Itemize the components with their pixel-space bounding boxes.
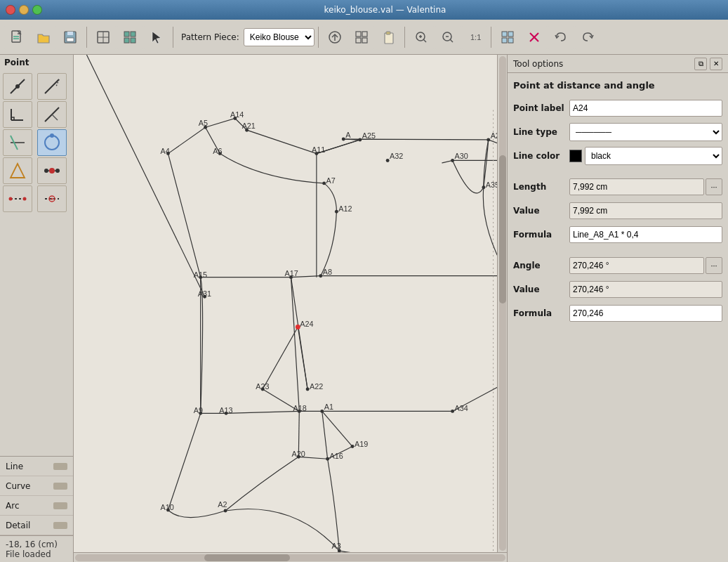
svg-rect-30 [502,32,507,37]
angle-input[interactable] [569,257,704,274]
angle-formula-input[interactable] [569,305,722,322]
angle-label: Angle [513,261,569,270]
svg-point-134 [451,159,454,162]
line-type-select[interactable]: ────── - - - - ······· [569,123,722,141]
svg-text:A24: A24 [300,320,313,328]
window-title: keiko_blouse.val — Valentina [48,5,722,15]
separator-1 [86,27,87,48]
layout-button[interactable] [91,25,116,50]
length-formula-input[interactable] [569,226,722,243]
minimize-button[interactable] [19,5,29,15]
horizontal-scrollbar[interactable] [74,552,507,562]
v-scroll-thumb[interactable] [499,155,506,303]
save-button[interactable] [58,25,83,50]
svg-line-28 [450,39,453,42]
svg-line-71 [322,411,352,446]
category-line[interactable]: Line [0,457,73,476]
line-type-control: ────── - - - - ······· [569,123,722,141]
svg-line-63 [86,55,204,296]
svg-rect-33 [508,38,513,43]
length-formula-row: Formula [513,226,722,244]
undo-button[interactable] [548,25,574,50]
normal-tool[interactable] [37,101,67,128]
svg-rect-19 [362,38,367,43]
triangle-tool[interactable] [3,157,32,184]
svg-line-72 [322,411,328,459]
v-scroll-track[interactable] [499,56,506,551]
new-button[interactable] [4,25,29,50]
category-arc[interactable]: Arc [0,496,73,516]
svg-rect-10 [131,32,135,37]
angle-formula-button[interactable]: ··· [706,257,722,274]
pattern-svg[interactable]: A A1 A2 A3 A4 A5 A6 A7 A8 A9 [74,55,507,552]
svg-point-138 [386,159,390,162]
pattern-piece-label: Pattern Piece: [181,32,239,42]
length-value-row: Value [513,202,722,220]
line-color-label: Line color [513,151,569,161]
length-formula-button[interactable]: ··· [706,178,722,195]
h-scroll-thumb[interactable] [204,554,291,561]
maximize-button[interactable] [32,5,42,15]
pieces-button[interactable] [117,25,143,50]
svg-text:A31: A31 [198,289,211,298]
svg-marker-13 [152,32,161,44]
pattern-piece-select[interactable]: Keiko Blouse [244,28,315,46]
point-at-distance-tool[interactable] [37,129,67,156]
cross-tool[interactable] [37,185,67,212]
window-controls[interactable] [6,5,42,15]
svg-line-60 [291,277,299,412]
line-color-select[interactable]: black [585,147,722,165]
bisector-tool[interactable] [3,129,32,156]
category-detail[interactable]: Detail [0,516,73,535]
zoom-out-button[interactable] [435,25,461,50]
svg-point-76 [320,410,324,413]
svg-rect-17 [362,32,367,37]
category-line-expand [53,463,67,470]
line-type-label: Line type [513,127,569,137]
panel-close-button[interactable]: ✕ [710,58,722,70]
canvas-container[interactable]: A A1 A2 A3 A4 A5 A6 A7 A8 A9 [74,55,507,552]
midpoint-tool[interactable] [37,157,67,184]
length-input[interactable] [569,178,704,195]
at-right-angle-tool[interactable] [3,101,32,128]
h-scroll-track[interactable] [75,554,505,561]
svg-marker-48 [11,164,25,178]
length-value-input[interactable] [569,202,722,219]
tile-button[interactable] [495,25,520,50]
grid-button[interactable] [349,25,374,50]
canvas-area[interactable]: A A1 A2 A3 A4 A5 A6 A7 A8 A9 [74,55,507,562]
category-curve[interactable]: Curve [0,476,73,496]
close-pattern-button[interactable] [522,25,547,50]
vertical-scrollbar[interactable] [497,55,507,552]
svg-text:A25: A25 [362,131,376,140]
open-button[interactable] [31,25,56,50]
close-button[interactable] [6,5,15,15]
clipboard-button[interactable] [376,25,401,50]
svg-text:A13: A13 [219,406,232,414]
main-layout: Point [0,55,728,562]
line-point-tool[interactable] [3,73,32,100]
angle-value-input[interactable] [569,281,722,298]
import-button[interactable] [322,25,348,50]
angle-formula-row: Formula [513,304,722,322]
zoom-reset-button[interactable]: 1:1 [462,25,487,50]
color-preview [569,150,582,162]
svg-text:1:1: 1:1 [470,33,481,41]
dashed-tool[interactable] [3,185,32,212]
panel-float-button[interactable]: ⧉ [694,58,707,70]
svg-text:A30: A30 [455,152,468,160]
svg-point-118 [306,387,310,391]
svg-point-112 [351,445,355,448]
left-panel: Point [0,55,74,562]
redo-button[interactable] [575,25,600,50]
category-detail-expand [53,522,67,529]
cursor-button[interactable] [144,25,169,50]
svg-point-144 [482,185,485,189]
zoom-in-button[interactable] [409,25,434,50]
point-label-input[interactable] [569,100,722,117]
along-line-tool[interactable] [37,73,67,100]
length-label: Length [513,182,569,192]
coordinates-display: -18, 16 (cm) [6,540,67,549]
separator-4 [404,27,405,48]
svg-point-47 [50,133,54,138]
